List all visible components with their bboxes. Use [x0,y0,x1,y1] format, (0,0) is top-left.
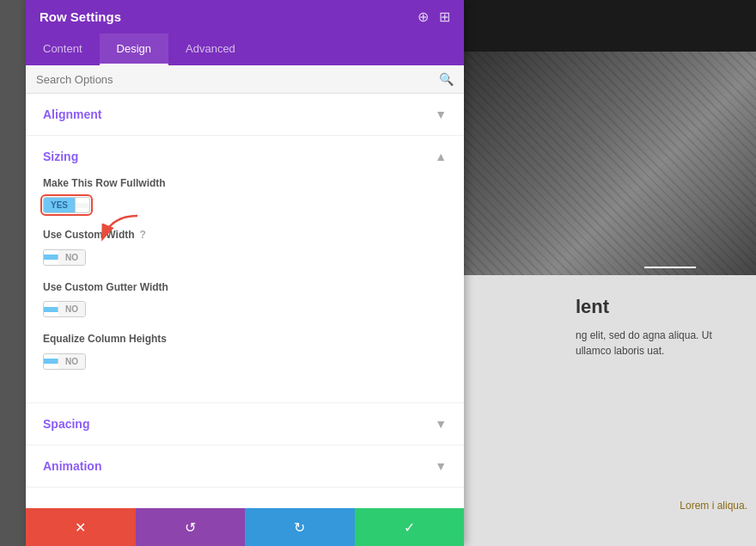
undo-button[interactable]: ↺ [136,508,246,546]
tab-content[interactable]: Content [26,34,100,65]
spacing-arrow: ▼ [435,417,447,431]
tabs-bar: Content Design Advanced [26,34,464,65]
fullwidth-toggle[interactable]: YES [43,197,90,213]
toggle-no-equalize[interactable]: NO [58,354,85,369]
search-icon: 🔍 [439,72,454,86]
redo-icon: ↻ [294,519,305,536]
panel-header: Row Settings ⊕ ⊞ [26,0,464,34]
save-icon: ✓ [404,519,415,536]
toggle-yes-gutter[interactable] [44,307,58,312]
bg-photo [464,52,756,275]
sizing-title: Sizing [43,150,78,163]
row-settings-panel: Row Settings ⊕ ⊞ Content Design Advanced… [26,0,464,546]
animation-section-header[interactable]: Animation ▼ [26,445,464,487]
fullwidth-label: Make This Row Fullwidth [43,177,447,189]
equalize-label: Equalize Column Heights [43,333,447,345]
custom-gutter-toggle[interactable]: NO [43,301,86,317]
section-spacing: Spacing ▼ [26,403,464,445]
toggle-no-custom-width[interactable]: NO [58,250,85,265]
section-animation: Animation ▼ [26,445,464,488]
toggle-yes-equalize[interactable] [44,359,58,364]
sizing-content: Make This Row Fullwidth YES [26,177,464,402]
spacing-section-header[interactable]: Spacing ▼ [26,403,464,445]
cancel-icon: ✕ [75,519,86,536]
alignment-arrow: ▼ [435,107,447,121]
section-alignment: Alignment ▼ [26,94,464,136]
custom-gutter-label: Use Custom Gutter Width [43,281,447,293]
background-content: lent ng elit, sed do agna aliqua. Ut ull… [576,292,747,359]
lorem-bottom-text: Lorem i aliqua. [680,500,747,512]
red-arrow-annotation [94,212,146,246]
spacing-title: Spacing [43,417,89,431]
tab-design[interactable]: Design [100,34,168,65]
alignment-section-header[interactable]: Alignment ▼ [26,94,464,135]
sizing-section-header[interactable]: Sizing ▲ [26,136,464,177]
content-headline: lent [576,292,747,321]
search-bar: 🔍 [26,65,464,94]
field-custom-gutter: Use Custom Gutter Width NO [43,281,447,318]
decorative-line [644,267,696,268]
toggle-no-fullwidth[interactable] [76,203,89,208]
search-input[interactable] [36,73,439,86]
content-body: ng elit, sed do agna aliqua. Ut ullamco … [576,328,747,359]
layout-icon[interactable]: ⊞ [439,9,450,25]
tab-advanced[interactable]: Advanced [168,34,253,65]
equalize-toggle[interactable]: NO [43,353,86,370]
sizing-arrow: ▲ [435,150,447,163]
save-button[interactable]: ✓ [355,508,465,546]
panel-content: Alignment ▼ Sizing ▲ Make This Row Fullw… [26,94,464,508]
field-equalize: Equalize Column Heights NO [43,333,447,370]
custom-width-toggle[interactable]: NO [43,249,86,266]
redo-button[interactable]: ↻ [245,508,355,546]
toggle-no-gutter[interactable]: NO [58,302,85,316]
animation-arrow: ▼ [435,459,447,473]
alignment-title: Alignment [43,107,101,121]
panel-title: Row Settings [40,9,121,24]
toggle-yes-custom-width[interactable] [44,255,58,260]
undo-icon: ↺ [185,519,196,536]
animation-title: Animation [43,459,101,473]
field-fullwidth: Make This Row Fullwidth YES [43,177,447,213]
focus-icon[interactable]: ⊕ [418,9,429,25]
section-sizing: Sizing ▲ Make This Row Fullwidth YES [26,136,464,403]
panel-footer: ✕ ↺ ↻ ✓ [26,508,464,546]
cancel-button[interactable]: ✕ [26,508,136,546]
header-icons: ⊕ ⊞ [418,9,450,25]
toggle-yes-fullwidth[interactable]: YES [44,198,76,212]
